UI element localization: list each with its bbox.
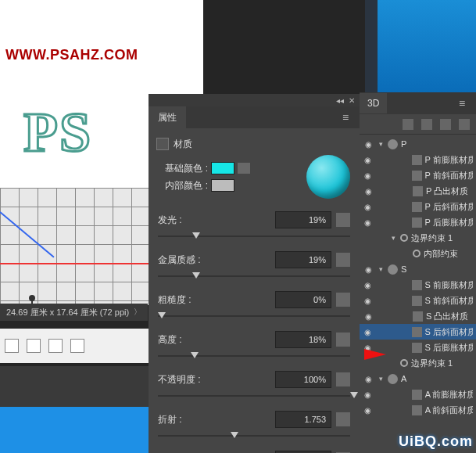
tree-row[interactable]: S 前斜面材质 [360, 293, 476, 308]
slider-value-input[interactable]: 0% [275, 291, 331, 308]
sliders-section: 发光 :19%金属质感 :19%粗糙度 :0%高度 :18%不透明度 :100%… [149, 199, 360, 453]
node-label: P 前斜面材质 [425, 170, 473, 182]
3d-panel-menu-button[interactable] [453, 92, 476, 114]
node-type-icon [412, 171, 422, 181]
slider-thumb[interactable] [158, 312, 166, 318]
toolbar-icon-3[interactable] [48, 339, 63, 353]
filter-light-icon[interactable] [459, 119, 470, 130]
visibility-eye-icon[interactable] [363, 389, 373, 400]
node-label: P 后斜面材质 [425, 201, 473, 213]
slider-thumb[interactable] [192, 232, 200, 239]
slider-label: 金属质感 : [158, 253, 209, 267]
hamburger-icon [342, 111, 353, 124]
slider-track[interactable] [158, 390, 350, 401]
inner-color-swatch[interactable] [211, 179, 234, 192]
visibility-eye-icon[interactable] [363, 154, 373, 165]
slider-value-input[interactable]: 1.753 [275, 411, 331, 428]
collapse-icon[interactable]: ◂◂ [336, 96, 344, 104]
visibility-eye-icon[interactable] [363, 217, 373, 228]
slider-track[interactable] [158, 231, 350, 242]
visibility-eye-icon[interactable] [363, 295, 373, 306]
slider-thumb[interactable] [350, 392, 358, 398]
node-type-icon [412, 280, 422, 290]
tree-row[interactable]: P 后斜面材质 [360, 199, 476, 214]
slider-folder-icon[interactable] [336, 412, 350, 426]
slider-thumb[interactable] [191, 352, 199, 358]
material-preview-sphere[interactable] [306, 155, 350, 199]
tree-row[interactable]: P 凸出材质 [360, 183, 476, 199]
node-type-icon [412, 218, 422, 228]
tree-row[interactable]: A 前膨胀材质 [360, 386, 476, 402]
slider-folder-icon[interactable] [336, 213, 350, 227]
node-label: P 前膨胀材质 [425, 154, 473, 166]
slider-track[interactable] [158, 430, 350, 441]
tree-row[interactable]: A 前斜面材质 [360, 402, 476, 418]
tree-row[interactable]: 内部约束 [360, 246, 476, 261]
visibility-eye-icon[interactable] [363, 201, 373, 212]
close-icon[interactable]: ✕ [349, 96, 356, 104]
disclosure-triangle-icon[interactable]: ▾ [377, 140, 385, 148]
slider-value-input[interactable]: 18% [275, 331, 331, 348]
canvas-white-top [0, 0, 203, 86]
toolbar-icon-2[interactable] [27, 339, 41, 353]
disclosure-triangle-icon[interactable]: ▾ [377, 265, 385, 273]
slider-value-input[interactable]: 100% [275, 371, 331, 388]
tree-row[interactable]: S 凸出材质 [360, 308, 476, 324]
tab-properties[interactable]: 属性 [149, 106, 186, 129]
base-color-swatch[interactable] [211, 162, 234, 174]
toolbar-icon-1[interactable] [5, 339, 19, 353]
tree-row[interactable]: P 前膨胀材质 [360, 152, 476, 167]
tab-3d[interactable]: 3D [360, 93, 387, 113]
slider-value-input[interactable]: 19% [275, 211, 331, 228]
slider-track[interactable] [158, 351, 350, 361]
3d-text-object[interactable]: PS [23, 100, 92, 165]
canvas-info-expand-icon[interactable]: 〉 [134, 307, 141, 318]
node-label: S 后斜面材质 [425, 326, 473, 338]
visibility-eye-icon[interactable] [363, 404, 373, 415]
tree-row[interactable]: S 后斜面材质 [360, 324, 476, 340]
slider-row-3: 高度 :18% [158, 331, 350, 361]
node-label: S 前斜面材质 [425, 295, 473, 307]
tree-row[interactable]: S 前膨胀材质 [360, 277, 476, 293]
canvas-dimensions: 24.69 厘米 x 17.64 厘米 (72 ppi) [6, 307, 129, 318]
filter-scene-icon[interactable] [403, 119, 413, 130]
slider-folder-icon[interactable] [336, 372, 350, 386]
slider-value-input[interactable]: 19% [275, 251, 331, 268]
visibility-eye-icon[interactable] [363, 138, 374, 149]
panel-menu-button[interactable] [336, 106, 360, 128]
toolbar-icon-4[interactable] [70, 339, 84, 353]
slider-thumb[interactable] [192, 272, 200, 279]
slider-track[interactable] [158, 311, 350, 322]
visibility-eye-icon[interactable] [363, 311, 374, 322]
node-label: A 前膨胀材质 [425, 389, 473, 401]
tree-row[interactable]: ▾A [360, 371, 476, 386]
tree-row[interactable]: ▾边界约束 1 [360, 230, 476, 246]
visibility-eye-icon[interactable] [363, 373, 374, 384]
slider-label: 不透明度 : [158, 373, 209, 386]
axis-z[interactable] [0, 211, 55, 257]
tree-row[interactable]: P 前斜面材质 [360, 167, 476, 183]
node-type-icon [412, 390, 422, 400]
3d-filter-icons [360, 114, 476, 135]
filter-material-icon[interactable] [440, 119, 451, 130]
tree-row[interactable]: ▾P [360, 136, 476, 152]
base-color-folder-icon[interactable] [238, 163, 250, 174]
disclosure-triangle-icon[interactable]: ▾ [377, 375, 385, 383]
filter-mesh-icon[interactable] [421, 119, 432, 130]
slider-folder-icon[interactable] [336, 333, 350, 347]
visibility-eye-icon[interactable] [363, 264, 374, 275]
material-mode-icon-1[interactable] [156, 138, 169, 150]
slider-thumb[interactable] [231, 432, 238, 438]
slider-track[interactable] [158, 271, 350, 282]
material-label: 材质 [174, 138, 192, 151]
tree-row[interactable]: ▾S [360, 261, 476, 277]
visibility-eye-icon[interactable] [363, 185, 374, 196]
slider-folder-icon[interactable] [336, 253, 350, 267]
slider-folder-icon[interactable] [336, 293, 350, 307]
visibility-eye-icon[interactable] [363, 326, 373, 337]
slider-label: 折射 : [158, 413, 209, 426]
disclosure-triangle-icon[interactable]: ▾ [389, 234, 397, 242]
visibility-eye-icon[interactable] [363, 279, 373, 290]
visibility-eye-icon[interactable] [363, 170, 373, 181]
tree-row[interactable]: P 后膨胀材质 [360, 214, 476, 230]
